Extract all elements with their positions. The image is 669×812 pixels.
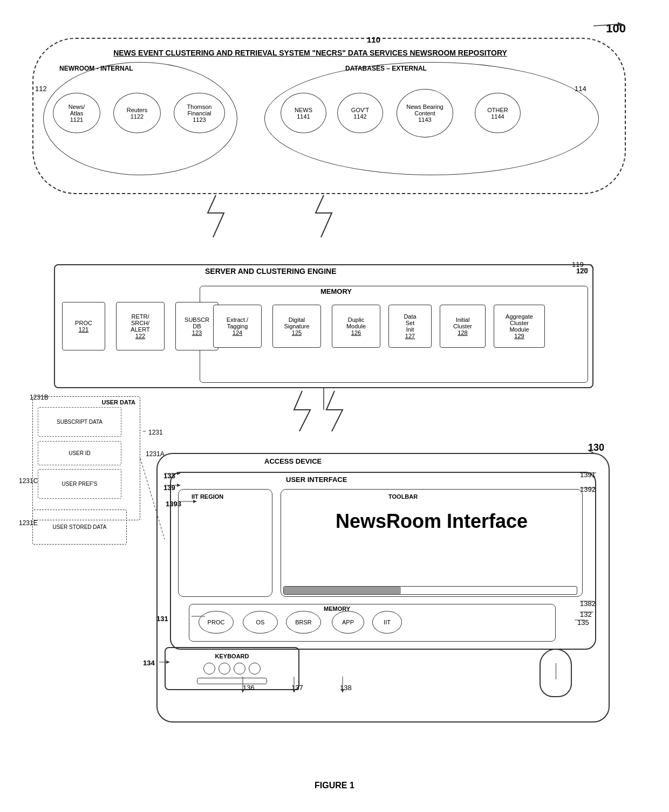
rect-aggregate: Aggregate Cluster Module 129 [494,305,545,348]
news-atlas-line1: News/ [69,104,85,110]
figure-number: 100 [606,22,626,36]
subscr-label1: SUBSCR [185,316,209,323]
duplic-num: 126 [351,329,361,336]
figure-caption: FIGURE 1 [0,781,669,790]
mem-os: OS [243,611,278,634]
news-bearing-line1: News Bearing [406,104,443,110]
mem-brsr: BRSR [286,611,321,634]
label-110: 110 [367,35,380,44]
keyboard-keys [203,663,261,675]
mem-os-label: OS [256,619,265,625]
news-bearing-line2: Content [414,110,435,116]
thomson-line2: Financial [187,110,211,116]
label-120: 120 [576,267,588,275]
label-133: 133 [163,472,175,480]
label-1231c: 1231C [19,477,38,485]
retr-label1: RETR/ [132,313,149,320]
mouse-line [556,663,556,679]
aggregate-line2: Cluster [510,320,529,326]
mem-iit-label: IIT [384,619,391,625]
aggregate-num: 129 [514,333,524,339]
dataset-line2: Set [406,320,415,326]
databases-label: DATABASES – EXTERNAL [345,65,427,72]
label-131: 131 [156,615,168,623]
access-label: ACCESS DEVICE [264,457,322,465]
rect-digital: Digital Signature 125 [272,305,321,348]
duplic-line1: Duplic [348,316,365,323]
initial-line2: Cluster [453,323,472,329]
keyboard-label: KEYBOARD [215,653,249,659]
userpref-box: USER PREF'S [38,469,121,499]
label-1231: 1231 [148,429,163,436]
extract-line2: Tagging [227,323,248,329]
label-1231b: 1231B [30,394,49,401]
govt-line1: GOV'T [351,107,369,113]
news-atlas-line3: 1121 [70,116,83,123]
userpref-label: USER PREF'S [62,481,98,487]
mem-proc-label: PROC [208,619,225,625]
thomson-line1: Thomson [187,104,212,110]
key-4 [249,663,261,675]
key-1 [203,663,215,675]
user-data-label: USER DATA [101,399,135,405]
digital-num: 125 [292,329,302,336]
subscript-data-box: SUBSCRIPT DATA [38,407,121,437]
reuters-line1: Reuters [127,107,148,113]
ui-label: USER INTERFACE [286,476,347,484]
dataset-line3: Init [406,326,414,333]
key-2 [219,663,230,675]
news-bearing-line3: 1143 [418,116,431,123]
dataset-num: 127 [405,333,415,339]
subscr-label2: DB [193,323,201,329]
retr-label3: ALERT [131,326,149,333]
label-135: 135 [577,618,589,627]
label-136: 136 [243,684,255,692]
spacebar [197,678,267,684]
mem-app-label: APP [342,619,354,625]
other-line1: OTHER [487,107,508,113]
label-132: 132 [580,610,592,618]
progress-fill [284,587,401,594]
memory-label: MEMORY [318,287,354,295]
keyboard-box: KEYBOARD [165,647,299,690]
userid-label: USER ID [69,450,91,456]
label-137: 137 [291,684,303,692]
rect-duplic: Duplic Module 126 [332,305,380,348]
oval-news-atlas: News/ Atlas 1121 [53,93,100,133]
oval-news-bearing: News Bearing Content 1143 [397,89,453,137]
dataset-line1: Data [404,313,416,320]
label-114: 114 [575,85,586,93]
key-3 [234,663,245,675]
newroom-label: NEWROOM - INTERNAL [59,65,133,72]
iit-region-box [178,489,272,597]
label-1391: 1391 [580,471,596,479]
initial-line1: Initial [456,316,470,323]
label-138: 138 [340,684,352,692]
subscript-data-label: SUBSCRIPT DATA [57,419,103,425]
iit-region-label: IIT REGION [192,493,223,500]
mem-iit: IIT [372,611,402,634]
initial-num: 128 [458,329,467,336]
oval-news-db: NEWS 1141 [281,93,326,133]
news-atlas-line2: Atlas [70,110,83,116]
label-134: 134 [143,659,155,667]
rect-proc: PROC 121 [62,302,105,350]
toolbar-box [281,489,583,597]
subscr-num: 123 [192,329,202,336]
mem-proc: PROC [199,611,234,634]
mem-brsr-label: BRSR [295,619,312,625]
news-db-line1: NEWS [295,107,312,113]
proc-label: PROC [75,320,92,326]
userid-box: USER ID [38,441,121,465]
digital-line2: Signature [284,323,309,329]
oval-thomson: Thomson Financial 1123 [174,93,225,133]
reuters-line2: 1122 [131,113,144,120]
server-label: SERVER AND CLUSTERING ENGINE [205,267,336,276]
retr-label2: SRCH/ [131,320,149,326]
label-1382: 1382 [580,600,596,608]
label-1231e: 1231E [19,519,38,527]
oval-other: OTHER 1144 [475,93,521,133]
extract-line1: Extract./ [227,316,248,323]
aggregate-line1: Aggregate [506,313,533,320]
toolbar-label: TOOLBAR [388,493,418,500]
